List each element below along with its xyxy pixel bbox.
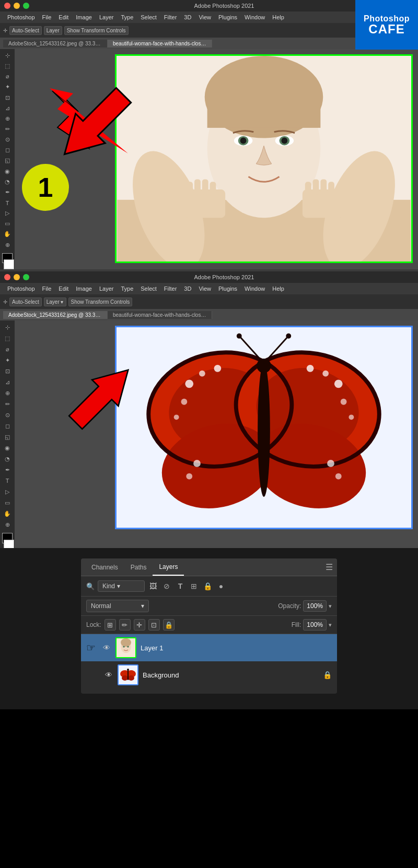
layer-dropdown[interactable]: Layer (44, 26, 62, 35)
lock-artboard-btn[interactable]: ⊡ (148, 619, 160, 631)
tab-channels[interactable]: Channels (85, 558, 124, 576)
menu-filter[interactable]: Filter (161, 14, 180, 20)
crop-tool-2[interactable]: ⊡ (2, 366, 13, 376)
menu2-type[interactable]: Type (118, 286, 136, 292)
lock-all-btn[interactable]: 🔒 (163, 619, 175, 631)
menu2-edit[interactable]: Edit (55, 286, 72, 292)
menu-window[interactable]: Window (241, 14, 268, 20)
menu-layer[interactable]: Layer (96, 14, 117, 20)
close-button-2[interactable] (4, 274, 10, 280)
path-tool-2[interactable]: ▷ (2, 487, 13, 496)
maximize-button-2[interactable] (23, 274, 29, 280)
menu-view[interactable]: View (195, 14, 214, 20)
blur-tool-2[interactable]: ◉ (2, 443, 13, 453)
background-visibility-toggle[interactable]: 👁 (104, 670, 113, 680)
hand-tool[interactable]: ✋ (2, 230, 13, 239)
menu2-window[interactable]: Window (241, 286, 268, 292)
tab-woman-jpeg[interactable]: beautiful-woman-face-with-hands-close-up… (108, 40, 212, 47)
magic-wand-tool[interactable]: ✦ (2, 82, 13, 91)
move-tool-2[interactable]: ⊹ (2, 323, 13, 332)
tab-layers[interactable]: Layers (153, 558, 184, 576)
eyedropper-tool[interactable]: ⊿ (2, 104, 13, 113)
menu-plugins[interactable]: Plugins (215, 14, 240, 20)
opacity-chevron-icon[interactable]: ▾ (329, 603, 332, 610)
shape-tool-2[interactable]: ▭ (2, 498, 13, 507)
filter-shape-icon[interactable]: ⊞ (189, 581, 199, 591)
lock-position-btn[interactable]: ✛ (134, 619, 145, 631)
pen-tool-2[interactable]: ✒ (2, 465, 13, 474)
path-tool[interactable]: ▷ (2, 209, 13, 218)
brush-tool[interactable]: ✏ (2, 125, 13, 134)
dodge-tool-2[interactable]: ◔ (2, 454, 13, 463)
healing-tool[interactable]: ⊕ (2, 114, 13, 123)
filter-smart-icon[interactable]: 🔒 (202, 581, 213, 591)
menu2-photoshop[interactable]: Photoshop (4, 286, 38, 292)
hand-tool-2[interactable]: ✋ (2, 509, 13, 518)
eraser-tool[interactable]: ◻ (2, 146, 13, 154)
zoom-tool-2[interactable]: ⊕ (2, 520, 13, 529)
opacity-input[interactable]: 100% (303, 600, 327, 612)
layer-dropdown-2[interactable]: Layer ▾ (44, 298, 66, 306)
filter-dot-icon[interactable]: ● (216, 581, 226, 591)
menu2-help[interactable]: Help (269, 286, 287, 292)
menu2-plugins[interactable]: Plugins (215, 286, 240, 292)
filter-type-icon[interactable]: T (175, 581, 185, 591)
tab2-woman-jpeg[interactable]: beautiful-woman-face-with-hands-close-up… (108, 311, 212, 319)
blend-mode-dropdown[interactable]: Normal ▾ (86, 600, 149, 612)
move-tool[interactable]: ⊹ (2, 51, 13, 60)
filter-image-icon[interactable]: 🖼 (148, 581, 158, 591)
fill-input[interactable]: 100% (303, 619, 327, 631)
menu-select[interactable]: Select (137, 14, 160, 20)
clone-tool-2[interactable]: ⊙ (2, 410, 13, 420)
panel-menu-icon[interactable]: ☰ (326, 562, 333, 572)
gradient-tool[interactable]: ◱ (2, 156, 13, 165)
close-button[interactable] (4, 3, 10, 9)
menu2-file[interactable]: File (39, 286, 55, 292)
kind-dropdown[interactable]: Kind ▾ (98, 580, 145, 592)
marquee-tool-2[interactable]: ⬚ (2, 334, 13, 343)
magic-wand-tool-2[interactable]: ✦ (2, 355, 13, 365)
menu-help[interactable]: Help (269, 14, 287, 20)
menu2-filter[interactable]: Filter (161, 286, 180, 292)
minimize-button[interactable] (14, 3, 20, 9)
menu-edit[interactable]: Edit (55, 14, 72, 20)
show-transform-btn-2[interactable]: Show Transform Controls (68, 298, 133, 306)
menu-photoshop[interactable]: Photoshop (4, 14, 38, 20)
zoom-tool[interactable]: ⊕ (2, 241, 13, 249)
layer-row-layer1[interactable]: ☞ 👁 Layer 1 (81, 634, 337, 661)
marquee-tool[interactable]: ⬚ (2, 62, 13, 70)
menu-file[interactable]: File (39, 14, 55, 20)
move-tool-icon[interactable]: ✛ (3, 28, 7, 33)
show-transform-btn[interactable]: Show Transform Controls (64, 26, 129, 35)
menu-type[interactable]: Type (118, 14, 136, 20)
blur-tool[interactable]: ◉ (2, 167, 13, 176)
layer-row-background[interactable]: 👁 Background (81, 661, 337, 688)
menu2-layer[interactable]: Layer (96, 286, 117, 292)
tab2-stock-jpeg[interactable]: AdobeStock_125433162.jpeg @ 33.3% (RGB/8… (3, 311, 108, 319)
menu2-3d[interactable]: 3D (181, 286, 194, 292)
lasso-tool-2[interactable]: ⌀ (2, 344, 13, 354)
clone-tool[interactable]: ⊙ (2, 135, 13, 144)
fill-chevron-icon[interactable]: ▾ (329, 622, 332, 628)
menu-image[interactable]: Image (73, 14, 95, 20)
move-tool-icon-2[interactable]: ✛ (3, 299, 7, 305)
background-color[interactable] (4, 259, 14, 269)
menu2-view[interactable]: View (195, 286, 214, 292)
brush-tool-2[interactable]: ✏ (2, 399, 13, 409)
menu2-select[interactable]: Select (137, 286, 160, 292)
minimize-button-2[interactable] (14, 274, 20, 280)
type-tool[interactable]: T (2, 198, 13, 207)
menu-3d[interactable]: 3D (181, 14, 194, 20)
dodge-tool[interactable]: ◔ (2, 177, 13, 186)
pen-tool[interactable]: ✒ (2, 188, 13, 197)
gradient-tool-2[interactable]: ◱ (2, 432, 13, 442)
lasso-tool[interactable]: ⌀ (2, 72, 13, 81)
type-tool-2[interactable]: T (2, 476, 13, 485)
crop-tool[interactable]: ⊡ (2, 93, 13, 102)
background-color-2[interactable] (4, 540, 14, 548)
tab-stock-jpeg[interactable]: AdobeStock_125433162.jpeg @ 33.3% (RGB/8… (3, 40, 108, 47)
menu2-image[interactable]: Image (73, 286, 95, 292)
tab-paths[interactable]: Paths (124, 558, 153, 576)
maximize-button[interactable] (23, 3, 29, 9)
lock-image-btn[interactable]: ✏ (119, 619, 131, 631)
